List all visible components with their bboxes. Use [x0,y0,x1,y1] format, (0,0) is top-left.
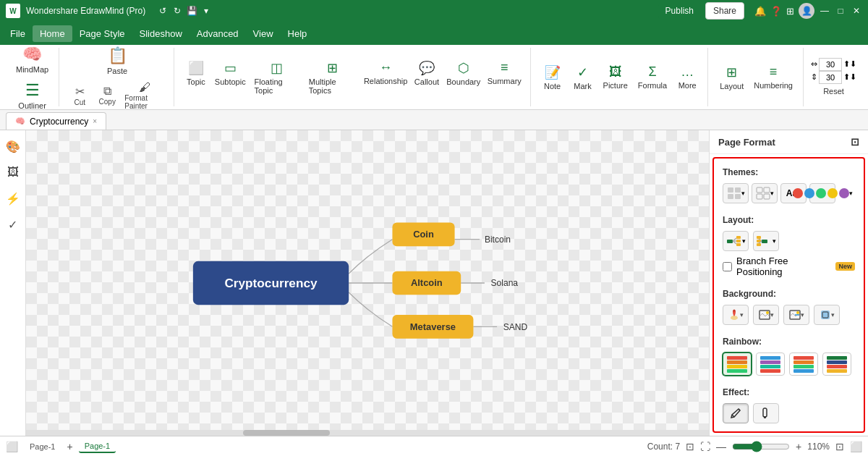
menu-home[interactable]: Home [33,25,72,42]
count-label: Count: 7 [647,442,680,452]
height-input[interactable] [819,71,842,84]
current-page-tab[interactable]: Page-1 [79,440,116,453]
more-ribbon-button[interactable]: … More [673,62,702,93]
paste-button[interactable]: 📋 Paste [103,43,132,78]
bg-btn-paint[interactable]: ▾ [723,305,749,325]
bg-btn-image2[interactable]: ▾ [783,305,809,325]
rainbow-btn-2[interactable] [756,352,785,376]
format-painter-button[interactable]: 🖌 Format Painter [122,80,168,111]
r-stripe-15 [827,365,847,368]
mark-button[interactable]: ✓ Mark [569,62,597,93]
copy-button[interactable]: ⧉ Copy [94,83,120,107]
svg-rect-18 [757,187,762,193]
theme-btn-color[interactable]: ▾ [809,183,835,203]
menu-file[interactable]: File [3,25,33,42]
svg-point-37 [733,310,735,312]
reset-button[interactable]: Reset [817,84,850,97]
numbering-button[interactable]: ≡ Numbering [749,62,797,93]
callout-button[interactable]: 💬 Callout [412,57,443,98]
rainbow-btn-3[interactable] [789,352,818,376]
canvas-tab-cryptocurrency[interactable]: 🧠 Cryptocurrency × [6,112,106,130]
svg-rect-29 [762,240,767,243]
r-stripe-9 [793,356,814,360]
menu-page-style[interactable]: Page Style [72,25,132,42]
save-button[interactable]: 💾 [186,5,197,17]
h-scrollbar[interactable] [26,430,709,436]
title-bar: W Wondershare EdrawMind (Pro) ↺ ↻ 💾 ▾ Pu… [0,0,868,22]
subtopic-button[interactable]: ▭ Subtopic [212,57,249,98]
notification-icon[interactable]: 🔔 [754,6,766,17]
layout-label: Layout: [723,215,855,225]
picture-button[interactable]: 🖼 Picture [599,62,632,93]
menu-advanced[interactable]: Advanced [190,25,246,42]
page-tab-label[interactable]: Page-1 [24,441,61,452]
left-icon-check[interactable]: ✓ [3,214,23,235]
multiple-topics-button[interactable]: ⊞ Multiple Topics [305,57,360,98]
formula-label: Formula [638,81,667,90]
grid-icon[interactable]: ⊞ [786,6,794,17]
branch-free-checkbox[interactable] [723,262,732,271]
panel-expand-icon[interactable]: ⊡ [851,136,859,148]
fit-page-icon[interactable]: ⊡ [686,441,694,452]
publish-btn[interactable]: Publish [658,3,701,19]
maximize-button[interactable]: □ [835,5,846,17]
theme-btn-outline[interactable]: ▾ [752,183,778,203]
rainbow-btn-4[interactable] [822,352,851,376]
formula-button[interactable]: Σ Formula [634,62,671,93]
effect-btn-marker[interactable] [753,403,779,423]
copy-icon: ⧉ [103,85,111,98]
boundary-button[interactable]: ⬡ Boundary [443,57,483,98]
layout-btn-2[interactable]: ▾ [753,231,779,251]
avatar[interactable]: 👤 [799,3,814,19]
floating-topic-button[interactable]: ◫ Floating Topic [250,57,303,98]
zoom-slider[interactable] [732,441,790,452]
ribbon-group-view: 🧠 MindMap ☰ Outliner [6,48,59,106]
add-page-icon[interactable]: + [67,441,72,452]
canvas-tab-close[interactable]: × [93,117,97,125]
mindmap-button[interactable]: 🧠 MindMap [12,42,53,77]
redo-button[interactable]: ↻ [171,5,183,17]
layout-button[interactable]: ⊞ Layout [715,62,748,93]
summary-button[interactable]: ≡ Summary [485,57,524,98]
svg-rect-31 [757,236,761,239]
mindmap-icon: 🧠 [22,45,42,64]
left-icon-lightning[interactable]: ⚡ [3,188,23,208]
minimize-button[interactable]: — [819,5,830,17]
menu-help[interactable]: Help [281,25,315,42]
note-button[interactable]: 📝 Note [538,62,567,93]
menu-slideshow[interactable]: Slideshow [132,25,190,42]
effect-btn-pencil[interactable] [723,403,749,423]
svg-rect-35 [757,243,761,246]
panel-content: Themes: ▾ ▾ Aa ▾ [712,157,865,433]
svg-rect-28 [736,243,741,246]
zoom-out-icon[interactable]: — [716,441,726,452]
width-input[interactable] [819,58,842,71]
page-frame-icon[interactable]: ⬜ [6,441,18,452]
layout-btn-1[interactable]: ▾ [723,231,749,251]
window-icon[interactable]: ⬜ [850,441,862,452]
rainbow-btn-1[interactable] [723,352,752,376]
menu-bar: File Home Page Style Slideshow Advanced … [0,22,868,45]
left-icon-paint[interactable]: 🎨 [3,136,23,156]
bg-btn-image[interactable]: ▾ [753,305,779,325]
outliner-button[interactable]: ☰ Outliner [14,78,51,113]
close-button[interactable]: ✕ [851,5,862,17]
zoom-in-icon[interactable]: + [796,441,801,452]
help-icon[interactable]: ❓ [770,6,782,17]
full-screen-icon[interactable]: ⛶ [700,441,710,452]
share-btn[interactable]: Share [705,2,744,20]
more-ribbon-label: More [678,81,697,90]
theme-btn-grid[interactable]: ▾ [723,183,749,203]
cut-button[interactable]: ✂ Cut [67,83,93,108]
floating-topic-icon: ◫ [271,60,283,76]
relationship-button[interactable]: ↔ Relationship [362,57,410,98]
zoom-fit-icon[interactable]: ⊡ [835,441,844,452]
svg-text:Metaverse: Metaverse [410,321,456,332]
menu-view[interactable]: View [246,25,281,42]
undo-button[interactable]: ↺ [157,5,169,17]
more-button[interactable]: ▾ [200,5,212,17]
left-icon-image[interactable]: 🖼 [3,162,23,182]
h-scrollbar-thumb[interactable] [243,430,330,436]
topic-button[interactable]: ⬜ Topic [182,57,210,98]
bg-btn-color[interactable]: ▾ [814,305,840,325]
